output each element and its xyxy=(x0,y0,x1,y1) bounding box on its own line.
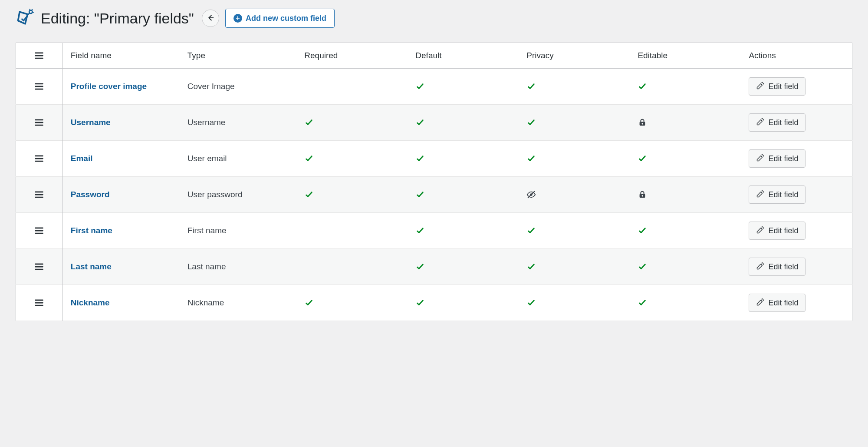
bars-icon xyxy=(24,225,55,236)
edit-field-button[interactable]: Edit field xyxy=(749,113,806,132)
required-cell xyxy=(296,249,408,285)
check-icon xyxy=(415,82,511,91)
table-row: EmailUser emailEdit field xyxy=(16,141,852,177)
table-row: PasswordUser passwordEdit field xyxy=(16,177,852,213)
edit-field-button[interactable]: Edit field xyxy=(749,77,806,96)
default-cell xyxy=(408,141,519,177)
check-icon xyxy=(526,298,622,308)
lock-icon xyxy=(638,190,733,199)
editable-cell xyxy=(630,141,741,177)
field-name-link[interactable]: Last name xyxy=(71,262,112,271)
field-name-link[interactable]: Profile cover image xyxy=(71,82,147,91)
required-cell xyxy=(296,177,408,213)
check-icon xyxy=(415,262,511,272)
field-name-link[interactable]: Password xyxy=(71,190,110,199)
table-row: Last nameLast nameEdit field xyxy=(16,249,852,285)
check-icon xyxy=(304,298,400,308)
bars-icon xyxy=(24,297,55,308)
check-icon xyxy=(304,118,400,127)
column-privacy[interactable]: Privacy xyxy=(519,43,630,69)
table-row: UsernameUsernameEdit field xyxy=(16,105,852,141)
privacy-cell xyxy=(519,249,630,285)
default-cell xyxy=(408,177,519,213)
editable-cell xyxy=(630,177,741,213)
check-icon xyxy=(526,82,622,91)
check-icon xyxy=(415,298,511,308)
field-type: First name xyxy=(180,213,297,249)
pencil-icon xyxy=(756,117,765,128)
check-icon xyxy=(415,190,511,199)
drag-handle-cell[interactable] xyxy=(16,177,63,213)
field-name-link[interactable]: Username xyxy=(71,118,111,127)
arrow-left-icon xyxy=(206,13,215,24)
field-type: User email xyxy=(180,141,297,177)
editable-cell xyxy=(630,105,741,141)
column-drag xyxy=(16,43,63,69)
drag-handle-cell[interactable] xyxy=(16,285,63,321)
check-icon xyxy=(304,154,400,163)
field-type: Cover Image xyxy=(180,69,297,105)
plus-circle-icon: + xyxy=(233,14,242,23)
edit-field-label: Edit field xyxy=(768,154,798,163)
edit-field-label: Edit field xyxy=(768,226,798,235)
editable-cell xyxy=(630,249,741,285)
check-icon xyxy=(526,262,622,272)
drag-handle-cell[interactable] xyxy=(16,213,63,249)
bars-icon xyxy=(24,81,55,92)
eye-off-icon xyxy=(526,190,622,199)
column-type[interactable]: Type xyxy=(180,43,297,69)
drag-handle-cell[interactable] xyxy=(16,141,63,177)
column-actions: Actions xyxy=(741,43,852,69)
column-required[interactable]: Required xyxy=(296,43,408,69)
app-logo-icon xyxy=(16,9,35,28)
field-name-link[interactable]: Email xyxy=(71,154,93,163)
add-custom-field-label: Add new custom field xyxy=(246,14,326,23)
lock-icon xyxy=(638,118,733,127)
page-title: Editing: "Primary fields" xyxy=(41,10,194,27)
edit-field-button[interactable]: Edit field xyxy=(749,185,806,204)
check-icon xyxy=(638,226,733,235)
fields-table: Field name Type Required Default Privacy… xyxy=(16,43,852,321)
check-icon xyxy=(526,118,622,127)
edit-field-label: Edit field xyxy=(768,262,798,272)
page-header: Editing: "Primary fields" + Add new cust… xyxy=(16,9,852,28)
bars-icon xyxy=(24,189,55,200)
field-name-link[interactable]: First name xyxy=(71,226,112,235)
check-icon xyxy=(638,154,733,163)
back-button[interactable] xyxy=(202,10,219,27)
required-cell xyxy=(296,285,408,321)
drag-handle-cell[interactable] xyxy=(16,105,63,141)
add-custom-field-button[interactable]: + Add new custom field xyxy=(225,9,335,28)
pencil-icon xyxy=(756,225,765,236)
pencil-icon xyxy=(756,298,765,308)
check-icon xyxy=(638,298,733,308)
field-name-link[interactable]: Nickname xyxy=(71,298,110,307)
required-cell xyxy=(296,105,408,141)
pencil-icon xyxy=(756,81,765,92)
column-field-name[interactable]: Field name xyxy=(62,43,180,69)
column-default[interactable]: Default xyxy=(408,43,519,69)
edit-field-label: Edit field xyxy=(768,190,798,199)
drag-handle-cell[interactable] xyxy=(16,69,63,105)
edit-field-label: Edit field xyxy=(768,118,798,127)
required-cell xyxy=(296,213,408,249)
field-type: Nickname xyxy=(180,285,297,321)
edit-field-label: Edit field xyxy=(768,298,798,308)
edit-field-button[interactable]: Edit field xyxy=(749,294,806,312)
default-cell xyxy=(408,249,519,285)
bars-icon xyxy=(24,50,55,61)
field-type: User password xyxy=(180,177,297,213)
required-cell xyxy=(296,69,408,105)
table-row: NicknameNicknameEdit field xyxy=(16,285,852,321)
editable-cell xyxy=(630,69,741,105)
column-editable[interactable]: Editable xyxy=(630,43,741,69)
drag-handle-cell[interactable] xyxy=(16,249,63,285)
pencil-icon xyxy=(756,153,765,164)
default-cell xyxy=(408,285,519,321)
edit-field-button[interactable]: Edit field xyxy=(749,258,806,276)
check-icon xyxy=(304,190,400,199)
edit-field-button[interactable]: Edit field xyxy=(749,149,806,168)
check-icon xyxy=(415,226,511,235)
edit-field-button[interactable]: Edit field xyxy=(749,222,806,240)
required-cell xyxy=(296,141,408,177)
